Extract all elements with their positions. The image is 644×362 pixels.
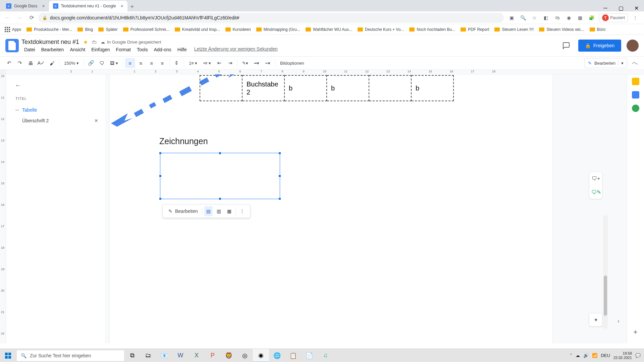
edge-icon[interactable]: 🌐 [269, 349, 285, 362]
outline-item-ueberschrift[interactable]: Überschrift 2 ✕ [13, 115, 101, 126]
editing-mode-select[interactable]: ✎ Bearbeiten ▾ [584, 58, 627, 68]
bookmark-item[interactable]: Noch hochladen Bu... [407, 26, 457, 33]
task-view-button[interactable]: ⧉ [124, 349, 140, 362]
bookmark-item[interactable]: Mindmapping (Gru... [254, 26, 302, 33]
suggest-edit-button[interactable]: 🗨✎ [589, 185, 603, 199]
resize-handle[interactable] [219, 152, 221, 155]
account-avatar[interactable] [627, 40, 639, 52]
extension-icon[interactable]: ▦ [576, 14, 584, 22]
resize-handle[interactable] [159, 197, 162, 200]
add-comment-button[interactable]: 🗨+ [589, 172, 603, 185]
calendar-app-icon[interactable] [632, 91, 639, 99]
extension-icon[interactable]: ◧ [542, 14, 550, 22]
start-button[interactable] [0, 349, 16, 362]
menu-addons[interactable]: Add-ons [151, 46, 174, 53]
excel-icon[interactable]: X [189, 349, 205, 362]
hide-menus-button[interactable]: へ [630, 58, 640, 68]
indent-decrease-button[interactable]: ⇤ [214, 58, 224, 68]
explorer-icon[interactable]: 🗂 [140, 349, 156, 362]
app-icon[interactable]: 🦁 [221, 349, 237, 362]
share-button[interactable]: 🔒 Freigeben [578, 40, 621, 52]
bookmark-item[interactable]: Kursideen [223, 26, 253, 33]
onedrive-icon[interactable]: ☁ [576, 353, 580, 358]
clock[interactable]: 19:58 22.02.2021 [613, 351, 632, 359]
bookmark-item[interactable]: Büro [588, 26, 607, 33]
app-icon[interactable]: ◎ [237, 349, 253, 362]
resize-handle[interactable] [278, 197, 281, 200]
resize-handle[interactable] [219, 197, 221, 200]
undo-button[interactable]: ↶ [4, 58, 14, 68]
menu-einfuegen[interactable]: Einfügen [89, 46, 112, 53]
border-dash-button[interactable]: ┅▾ [263, 58, 273, 68]
extension-icon[interactable]: 🛍 [553, 14, 561, 22]
explore-button[interactable]: ✦ [589, 313, 602, 326]
browser-tab-2[interactable]: ≡ Textdokument neu #1 - Google × [49, 1, 127, 11]
bookmark-item[interactable]: Steuern Videos wic... [537, 26, 586, 33]
align-center-button[interactable]: ≡ [136, 58, 146, 68]
browser-tab-1[interactable]: ≡ Google Docs × [2, 1, 49, 11]
remove-outline-item-icon[interactable]: ✕ [94, 118, 98, 123]
tray-chevron-icon[interactable]: ˄ [570, 353, 572, 358]
more-options-button[interactable]: ⋮ [238, 206, 247, 216]
resize-handle[interactable] [159, 152, 162, 155]
bulleted-list-button[interactable]: •≡ ▾ [201, 58, 214, 68]
numbered-list-button[interactable]: 1≡ ▾ [186, 58, 200, 68]
comments-button[interactable] [559, 39, 573, 52]
keep-app-icon[interactable] [632, 78, 639, 85]
document-title[interactable]: Textdokument neu #1 [21, 39, 79, 46]
star-icon[interactable]: ★ [83, 39, 88, 45]
paint-format-button[interactable]: 🖌 [47, 58, 57, 68]
forward-button[interactable]: → [14, 12, 25, 23]
back-button[interactable]: ← [2, 12, 13, 23]
align-left-button[interactable]: ≡ [125, 58, 135, 68]
drawing-selection[interactable] [160, 153, 280, 199]
align-justify-button[interactable]: ≡ [157, 58, 167, 68]
cast-icon[interactable]: ▣ [508, 14, 516, 22]
menu-datei[interactable]: Datei [21, 46, 38, 53]
table-cell[interactable]: b [327, 75, 369, 101]
insert-image-button[interactable]: 🖼 ▾ [107, 58, 121, 68]
bookmark-item[interactable]: Blog [75, 26, 95, 33]
chrome-icon[interactable]: ◉ [253, 349, 269, 362]
new-tab-button[interactable]: + [127, 2, 137, 11]
language-indicator[interactable]: DEU [601, 353, 610, 358]
tasks-app-icon[interactable] [632, 105, 639, 112]
menu-ansicht[interactable]: Ansicht [67, 46, 88, 53]
outline-back-button[interactable]: ← [13, 80, 23, 90]
edit-drawing-button[interactable]: ✎ Bearbeiten [166, 206, 200, 216]
comment-add-button[interactable]: 🗨 [97, 58, 107, 68]
table-cell[interactable] [369, 75, 412, 101]
close-icon[interactable]: × [42, 3, 45, 9]
menu-bearbeiten[interactable]: Bearbeiten [39, 46, 67, 53]
resize-handle[interactable] [278, 152, 281, 155]
spellcheck-button[interactable]: A✓ [36, 58, 46, 68]
last-edit-link[interactable]: Letzte Änderung vor wenigen Sekunden [194, 46, 278, 53]
minimize-button[interactable]: ─ [598, 5, 613, 11]
bookmark-item[interactable]: Steuern Lesen !!!! [492, 26, 536, 33]
url-input[interactable]: 🔒 docs.google.com/document/d/1hUH8k6h7Lb… [38, 13, 504, 23]
resize-handle[interactable] [278, 175, 281, 177]
close-icon[interactable]: × [121, 3, 123, 9]
bookmark-item[interactable]: Produktsuche - Mer... [24, 26, 74, 33]
table-cell[interactable]: b [412, 75, 454, 101]
image-options-button[interactable]: Bildoptionen [277, 58, 307, 68]
volume-icon[interactable]: 🔊 [583, 353, 589, 358]
spotify-icon[interactable]: ♫ [317, 349, 333, 362]
print-button[interactable]: 🖶 [25, 58, 36, 68]
star-icon[interactable]: ☆ [531, 14, 539, 22]
scrollbar[interactable] [603, 215, 608, 329]
docs-logo[interactable] [5, 39, 19, 52]
zoom-select[interactable]: 150% ▾ [61, 58, 82, 68]
maximize-button[interactable]: ▢ [613, 5, 629, 11]
powerpoint-icon[interactable]: P [205, 349, 221, 362]
bookmark-item[interactable]: Kreativität und Insp... [173, 26, 222, 33]
wrap-text-button[interactable]: ▥ [215, 206, 223, 216]
extension-icon[interactable]: ◉ [565, 14, 573, 22]
word-icon[interactable]: W [172, 349, 189, 362]
zoom-icon[interactable]: 🔍 [519, 14, 527, 22]
redo-button[interactable]: ↷ [15, 58, 25, 68]
mail-icon[interactable]: 📧 [156, 349, 172, 362]
apps-button[interactable]: Apps [3, 25, 23, 34]
wrap-break-button[interactable]: ▦ [225, 206, 233, 216]
menu-tools[interactable]: Tools [134, 46, 151, 53]
